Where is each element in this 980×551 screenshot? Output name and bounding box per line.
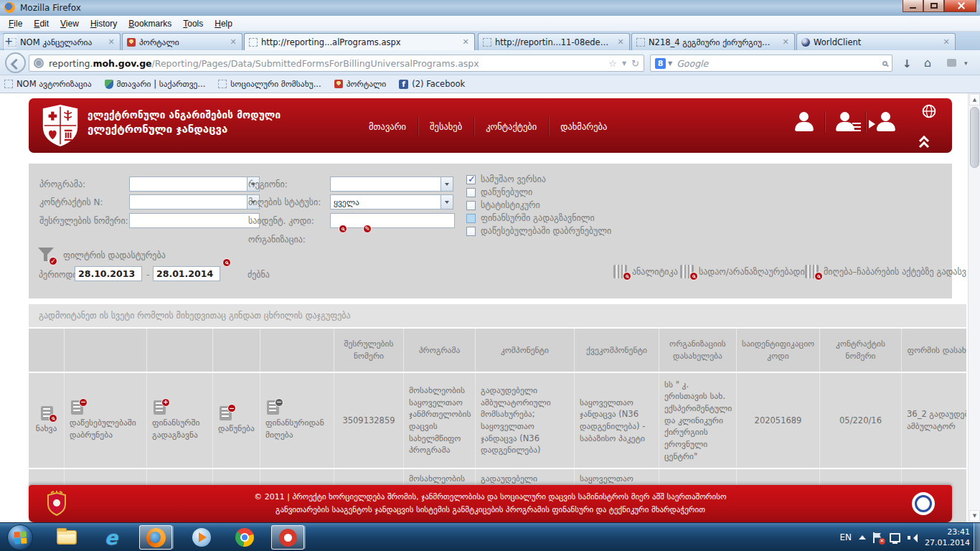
search-engine-dropdown-icon[interactable]: ▼ (668, 60, 672, 67)
nav-about[interactable]: შესახებ (418, 118, 473, 136)
user-profile-icon[interactable] (791, 111, 817, 133)
tab-close-icon[interactable]: ✕ (942, 37, 951, 47)
view-button[interactable]: ნახვა (29, 373, 65, 468)
date-from-input[interactable] (75, 266, 142, 281)
google-search-engine-icon[interactable]: 8 (655, 58, 666, 69)
language-globe-icon[interactable] (922, 104, 936, 118)
network-icon[interactable] (890, 533, 900, 542)
apply-filter-button[interactable]: ✓ ფილტრის დადასტურება (37, 247, 166, 264)
taskbar-chrome-button[interactable] (228, 525, 261, 550)
tab-portal[interactable]: პორტალი ✕ (122, 33, 242, 50)
vertical-scrollbar[interactable]: ▲ ▼ (968, 93, 980, 522)
taskbar-wmp-button[interactable] (185, 525, 218, 550)
taskbar-ie-button[interactable]: e (95, 525, 128, 550)
user-list-icon[interactable] (832, 111, 858, 133)
col-execution-number[interactable]: შესრულების ნომერი (334, 329, 404, 372)
downloads-icon[interactable] (903, 57, 914, 68)
col-organization[interactable]: ორგანიზაციის დასახელება (659, 329, 737, 372)
status-dropdown[interactable]: ყველა (330, 194, 453, 209)
tab-close-icon[interactable]: ✕ (107, 37, 116, 47)
date-to-input[interactable] (153, 266, 220, 281)
return-to-facility-button[interactable]: − დაწესებულებაში დაბრუნება (65, 373, 147, 468)
tab-reporting-active[interactable]: http://reporting...alPrograms.aspx ✕ (244, 33, 475, 50)
taskbar-firefox-button[interactable] (139, 525, 172, 550)
search-button-label[interactable]: ძებნა (248, 270, 270, 280)
reload-icon[interactable]: ↻ (631, 58, 639, 69)
col-form-name[interactable]: ფორმის დასახელება (902, 329, 966, 372)
group-by-hint-bar[interactable]: გადმოიტანეთ ის სვეტი რომლის მიხედვითაც გ… (29, 304, 966, 327)
collapse-header-icon[interactable] (919, 137, 932, 149)
menu-tools[interactable]: Tools (177, 17, 209, 30)
tray-expand-icon[interactable] (859, 532, 866, 540)
close-button[interactable] (944, 0, 976, 12)
bookmark-facebook[interactable]: f (2) Facebook (399, 79, 465, 89)
tab-reporting-2[interactable]: http://reportin...11-08eded5c83dc ✕ (478, 33, 630, 50)
toolbar-overflow-icon[interactable]: ▾ (964, 60, 968, 67)
bookmark-portal[interactable]: პორტალი (334, 79, 387, 89)
taskbar-explorer-button[interactable] (50, 525, 83, 550)
nav-help[interactable]: დახმარება (549, 118, 618, 136)
col-contract-number[interactable]: კონტრაქტის ნომერი (820, 329, 902, 372)
url-dropdown-icon[interactable]: ▼ (622, 60, 626, 67)
nav-contacts[interactable]: კონტაქტები (474, 118, 548, 136)
col-component[interactable]: კომპონენტი (476, 329, 575, 372)
minimize-button[interactable] (903, 0, 923, 12)
reject-button[interactable]: − დაწუნება (213, 373, 260, 468)
acceptance-acts-button[interactable]: მიღება–ჩაბარების აქტებზე გადასვ (805, 265, 966, 278)
language-indicator[interactable]: EN (839, 532, 852, 542)
tab-close-icon[interactable]: ✕ (461, 37, 470, 47)
menu-bookmarks[interactable]: Bookmarks (123, 17, 177, 30)
scrollbar-thumb[interactable] (970, 107, 979, 168)
col-subcomponent[interactable]: ქვეკომპონენტი (575, 329, 659, 372)
analytics-button[interactable]: ანალიტიკა (613, 265, 678, 278)
disputed-button[interactable]: სადაო/არანაზღაურებადი (680, 265, 805, 278)
start-button[interactable] (7, 524, 33, 550)
home-icon[interactable]: ⌂ (924, 56, 931, 70)
tab-close-icon[interactable]: ✕ (229, 37, 237, 47)
volume-icon[interactable] (908, 533, 918, 542)
tab-close-icon[interactable]: ✕ (781, 37, 790, 47)
checkbox-rejected[interactable]: დაწუნებული (466, 187, 532, 197)
receive-from-financial-button[interactable]: − ფინანსურიდან მიღება (260, 373, 334, 468)
checkbox-working-version[interactable]: სამუშაო ვერსია (466, 174, 546, 184)
send-to-financial-button[interactable]: + ფინანსურში გადაგზავნა (147, 373, 213, 468)
addon-icon[interactable] (947, 59, 956, 67)
checkbox-statistical[interactable]: სტატისტიკური (466, 200, 540, 210)
nav-home[interactable]: მთავარი (357, 118, 418, 136)
menu-file[interactable]: File (3, 17, 28, 30)
col-program[interactable]: პროგრამა (404, 329, 476, 372)
show-desktop-button[interactable] (974, 523, 980, 551)
checkbox-returned-to-facility[interactable]: დაწესებულებაში დაბრუნებული (466, 226, 611, 236)
tab-nom-chancellery[interactable]: NOM კანცელარია ✕ (3, 33, 121, 50)
search-bar[interactable]: 8 ▼ Google (650, 55, 892, 72)
menu-view[interactable]: View (55, 17, 85, 30)
back-button[interactable] (5, 52, 26, 73)
url-bar[interactable]: reporting.moh.gov.ge/Reporting/Pages/Dat… (29, 55, 644, 72)
clock[interactable]: 23:41 27.01.2014 (925, 527, 970, 548)
menu-history[interactable]: History (85, 17, 123, 30)
tab-worldclient[interactable]: WorldClient ✕ (796, 33, 956, 50)
region-dropdown[interactable] (330, 176, 453, 192)
window-titlebar[interactable]: Mozilla Firefox (0, 0, 980, 16)
program-dropdown[interactable] (129, 176, 260, 192)
scroll-down-icon[interactable]: ▼ (969, 510, 980, 522)
search-icon[interactable] (882, 61, 887, 66)
maximize-button[interactable] (923, 0, 944, 12)
col-ident-code[interactable]: საიდენტიფიკაციო კოდი (737, 329, 820, 372)
bookmark-nom[interactable]: NOM ავტორიზაცია (4, 79, 92, 89)
taskbar-opera-button[interactable] (271, 525, 304, 550)
bookmark-star-icon[interactable]: ☆ (608, 58, 617, 69)
ident-code-input[interactable] (330, 213, 455, 228)
bookmark-mtavari[interactable]: მთავარი | საქართვე... (105, 79, 206, 89)
checkbox-sent-to-financial[interactable]: ფინანსურში გადაგზავნილი (466, 213, 595, 223)
contract-dropdown[interactable] (129, 194, 260, 209)
action-center-flag-icon[interactable]: ✕ (873, 532, 882, 543)
execution-number-input[interactable] (129, 213, 260, 228)
new-tab-button[interactable]: + (0, 34, 17, 49)
scroll-up-icon[interactable]: ▲ (969, 94, 980, 105)
site-identity-icon[interactable] (34, 58, 44, 68)
bookmark-social[interactable]: სოციალური მომსახუ... (218, 79, 321, 89)
tab-close-icon[interactable]: ✕ (616, 37, 625, 47)
tab-n218[interactable]: N218_4 გეგმიური ქირურგიულ... ✕ (631, 33, 795, 50)
menu-help[interactable]: Help (209, 17, 238, 30)
